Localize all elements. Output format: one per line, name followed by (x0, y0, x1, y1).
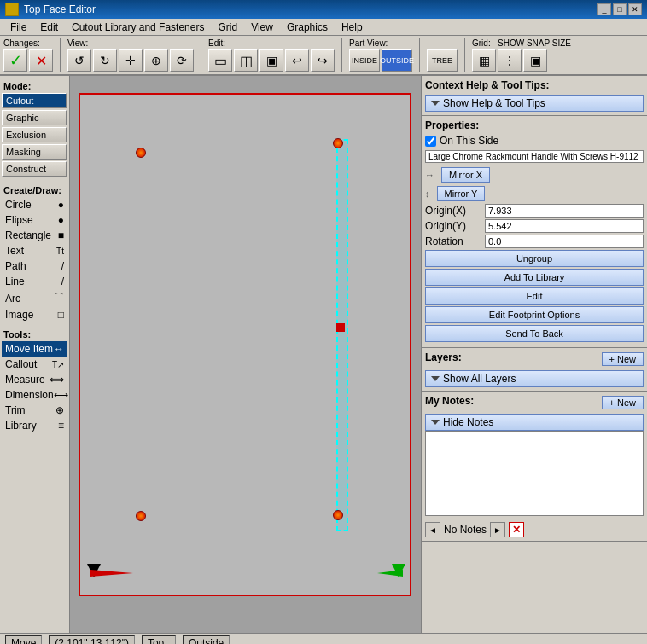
grid1-btn[interactable]: ▦ (472, 49, 496, 72)
origin-y-row: Origin(Y) (425, 219, 644, 233)
layers-new-btn[interactable]: + New (602, 352, 644, 366)
redo-btn[interactable]: ↪ (311, 49, 335, 72)
create-line[interactable]: Line / (2, 274, 67, 289)
my-notes-title: My Notes: (425, 395, 474, 407)
send-to-back-btn[interactable]: Send To Back (425, 325, 644, 342)
rotate-cw-btn[interactable]: ↻ (93, 49, 117, 72)
create-circle[interactable]: Circle ● (2, 197, 67, 212)
mode-construct[interactable]: Construct (2, 161, 67, 177)
refresh-btn[interactable]: ⟳ (170, 49, 194, 72)
tool-dimension[interactable]: Dimension ⟷ (2, 387, 67, 403)
menu-edit[interactable]: Edit (33, 20, 65, 35)
view-label: View: (67, 38, 88, 48)
mode-graphic[interactable]: Graphic (2, 110, 67, 125)
grid2-btn[interactable]: ⋮ (498, 49, 522, 72)
rotation-input[interactable] (485, 235, 644, 248)
tool-trim[interactable]: Trim ⊕ (2, 403, 67, 418)
tool-callout[interactable]: Callout T↗ (2, 357, 67, 372)
notes-header-row: My Notes: + New (425, 395, 644, 410)
grid3-btn[interactable]: ▣ (523, 49, 547, 72)
arrow-down-green (392, 564, 405, 582)
edit-btn[interactable]: Edit (425, 287, 644, 305)
mirror-x-btn[interactable]: Mirror X (441, 167, 490, 183)
create-path[interactable]: Path / (2, 258, 67, 274)
edit1-btn[interactable]: ▭ (208, 49, 232, 72)
target-1 (136, 148, 146, 158)
mirror-x-icon: ↔ (425, 170, 434, 180)
tool-library[interactable]: Library ≡ (2, 418, 67, 433)
notes-prev-btn[interactable]: ◄ (425, 522, 440, 537)
close-btn[interactable]: ✕ (628, 3, 642, 15)
outside-btn[interactable]: OUTSIDE (382, 49, 412, 72)
path-icon: / (61, 260, 64, 272)
target-3 (333, 138, 343, 148)
rotate-ccw-btn[interactable]: ↺ (67, 49, 91, 72)
origin-x-row: Origin(X) (425, 204, 644, 218)
origin-x-input[interactable] (485, 204, 644, 218)
edit3-btn[interactable]: ▣ (259, 49, 283, 72)
menu-cutout[interactable]: Cutout Library and Fasteners (65, 20, 211, 35)
zoom-fit-btn[interactable]: ⊕ (144, 49, 168, 72)
canvas-area[interactable] (70, 76, 421, 633)
notes-triangle-icon (431, 420, 440, 425)
edit-footprint-btn[interactable]: Edit Footprint Options (425, 306, 644, 323)
on-this-side-check[interactable] (425, 136, 436, 147)
drawing-canvas[interactable] (79, 93, 411, 596)
origin-y-input[interactable] (485, 219, 644, 233)
confirm-btn[interactable]: ✓ (3, 49, 27, 72)
status-view: Top (142, 635, 176, 645)
trim-icon: ⊕ (55, 404, 64, 416)
edit-group: Edit: ▭ ◫ ▣ ↩ ↪ (208, 38, 342, 72)
mode-exclusion[interactable]: Exclusion (2, 127, 67, 142)
tool-measure[interactable]: Measure ⟺ (2, 372, 67, 387)
item-name-field[interactable] (425, 150, 644, 163)
title-bar: Top Face Editor _ □ ✕ (0, 0, 647, 19)
create-arc[interactable]: Arc ⌒ (2, 289, 67, 307)
minimize-btn[interactable]: _ (597, 3, 611, 15)
create-image[interactable]: Image □ (2, 307, 67, 322)
cyan-element (336, 139, 348, 531)
notes-textarea[interactable] (425, 431, 644, 516)
mode-label: Mode: (2, 79, 67, 93)
tree-group: TREE (427, 38, 465, 72)
menu-help[interactable]: Help (335, 20, 370, 35)
ungroup-btn[interactable]: Ungroup (425, 250, 644, 267)
tool-move-item[interactable]: Move Item ↔ (2, 341, 67, 357)
undo-btn[interactable]: ↩ (285, 49, 309, 72)
text-tool-icon: Tt (56, 247, 64, 256)
mode-cutout[interactable]: Cutout (2, 93, 67, 108)
menu-view[interactable]: View (244, 20, 280, 35)
create-rectangle[interactable]: Rectangle ■ (2, 228, 67, 243)
maximize-btn[interactable]: □ (613, 3, 627, 15)
mirror-y-btn[interactable]: Mirror Y (437, 186, 486, 201)
move-icon: ↔ (54, 343, 64, 355)
changes-btns: ✓ ✕ (3, 49, 53, 72)
inside-btn[interactable]: INSIDE (349, 49, 380, 72)
menu-grid[interactable]: Grid (211, 20, 244, 35)
notes-delete-btn[interactable]: ✕ (509, 522, 524, 537)
tree-btn[interactable]: TREE (427, 49, 458, 72)
menu-graphics[interactable]: Graphics (280, 20, 335, 35)
center-btn[interactable]: ✛ (119, 49, 143, 72)
notes-new-btn[interactable]: + New (602, 396, 644, 409)
library-icon: ≡ (58, 420, 64, 432)
hide-notes-btn[interactable]: Hide Notes (425, 414, 644, 431)
target-4 (333, 510, 343, 520)
mirror-y-row: ↕ Mirror Y (425, 185, 644, 202)
status-coordinates: (2.101",13.112") (49, 635, 135, 645)
notes-next-btn[interactable]: ► (490, 522, 505, 537)
context-help-section: Context Help & Tool Tips: Show Help & To… (422, 76, 647, 116)
add-to-library-btn[interactable]: Add To Library (425, 269, 644, 286)
create-text[interactable]: Text Tt (2, 243, 67, 258)
menu-file[interactable]: File (3, 20, 33, 35)
status-action: Move (5, 635, 42, 645)
circle-icon: ● (58, 199, 64, 211)
show-help-btn[interactable]: Show Help & Tool Tips (425, 95, 644, 112)
edit2-btn[interactable]: ◫ (234, 49, 258, 72)
show-all-layers-btn[interactable]: Show All Layers (425, 370, 644, 387)
cancel-btn[interactable]: ✕ (29, 49, 53, 72)
part-view-label: Part View: (349, 38, 388, 48)
create-ellipse[interactable]: Elipse ● (2, 212, 67, 228)
mode-masking[interactable]: Masking (2, 144, 67, 160)
right-panel: Context Help & Tool Tips: Show Help & To… (421, 76, 647, 633)
